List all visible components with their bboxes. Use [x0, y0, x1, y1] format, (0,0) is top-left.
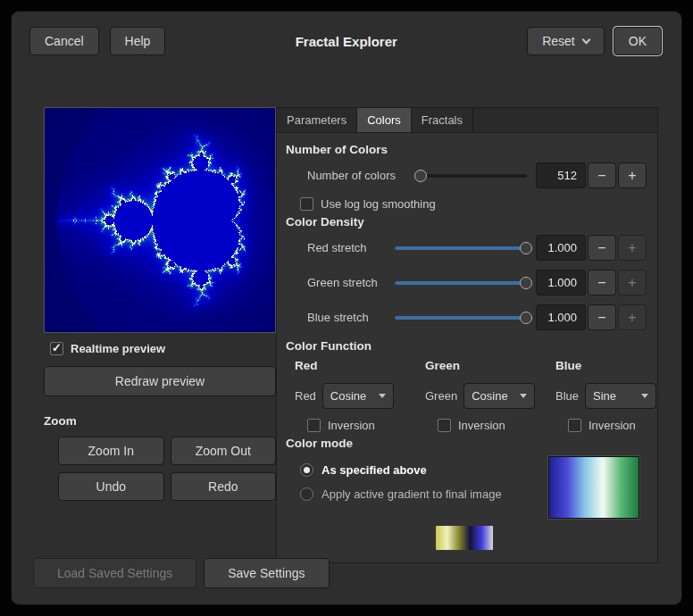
number-of-colors-value[interactable]: 512: [536, 162, 586, 188]
blue-inversion-label: Inversion: [589, 419, 636, 432]
realtime-preview-checkbox[interactable]: ✓: [50, 342, 63, 355]
green-function-selected: Cosine: [472, 389, 507, 403]
red-function-label: Red: [295, 389, 316, 403]
red-function-selected: Cosine: [330, 389, 366, 403]
color-mode-options: As specified above Apply active gradient…: [282, 456, 548, 512]
titlebar-left-actions: Cancel Help: [29, 27, 165, 55]
as-specified-radio[interactable]: [300, 463, 313, 477]
reset-label: Reset: [542, 34, 575, 48]
green-function-dropdown[interactable]: Cosine: [463, 383, 535, 409]
colormap-preview[interactable]: [548, 456, 639, 519]
blue-stretch-row: Blue stretch 1.000 − +: [307, 304, 647, 330]
apply-gradient-radio[interactable]: [300, 487, 313, 501]
save-settings-button[interactable]: Save Settings: [204, 558, 329, 588]
blue-inversion-row: ✓ Inversion: [568, 419, 656, 432]
realtime-preview-label: Realtime preview: [71, 342, 165, 355]
settings-notebook: Parameters Colors Fractals Number of Col…: [276, 107, 658, 563]
color-density-heading: Color Density: [286, 215, 647, 229]
slider-thumb[interactable]: [414, 170, 427, 182]
green-inversion-row: ✓ Inversion: [438, 419, 555, 432]
blue-stretch-label: Blue stretch: [307, 311, 391, 324]
log-smoothing-checkbox[interactable]: ✓: [300, 197, 313, 211]
dropdown-arrow-icon: [641, 394, 648, 398]
zoom-in-button[interactable]: Zoom In: [58, 437, 164, 465]
dropdown-arrow-icon: [379, 394, 386, 398]
red-stretch-spin: 1.000 − +: [536, 235, 647, 261]
blue-function-row: Blue Sine: [555, 383, 656, 409]
number-of-colors-spin: 512 − +: [536, 162, 647, 188]
reset-dropdown-button[interactable]: Reset: [527, 27, 605, 55]
fractal-preview[interactable]: [45, 108, 275, 332]
dropdown-arrow-icon: [520, 394, 527, 398]
number-of-colors-row: Number of colors 512 − +: [307, 162, 647, 188]
help-button[interactable]: Help: [110, 27, 166, 55]
red-stretch-slider[interactable]: [395, 240, 527, 256]
blue-column-header: Blue: [555, 359, 656, 372]
slider-fill: [395, 281, 527, 285]
blue-function-selected: Sine: [593, 389, 616, 403]
blue-inversion-checkbox[interactable]: ✓: [568, 419, 581, 432]
zoom-section-heading: Zoom: [44, 414, 276, 428]
zoom-out-button[interactable]: Zoom Out: [171, 437, 277, 465]
red-inversion-label: Inversion: [328, 419, 375, 432]
slider-thumb[interactable]: [520, 242, 532, 254]
plus-button[interactable]: +: [618, 270, 647, 296]
slider-track: [395, 246, 527, 250]
zoom-buttons: Zoom In Zoom Out Undo Redo: [44, 437, 276, 501]
blue-stretch-value[interactable]: 1.000: [536, 304, 586, 330]
realtime-preview-row: ✓ Realtime preview: [50, 342, 276, 355]
red-function-row: Red Cosine: [295, 383, 425, 409]
color-mode-section: As specified above Apply active gradient…: [282, 456, 647, 519]
green-column-header: Green: [425, 359, 555, 372]
green-function-column: Green Green Cosine ✓: [425, 359, 555, 432]
tab-fractals[interactable]: Fractals: [412, 108, 473, 132]
green-stretch-value[interactable]: 1.000: [536, 270, 586, 296]
minus-button[interactable]: −: [588, 235, 616, 261]
green-stretch-spin: 1.000 − +: [536, 270, 647, 296]
red-function-dropdown[interactable]: Cosine: [322, 383, 394, 409]
red-function-column: Red Red Cosine ✓: [295, 359, 425, 432]
blue-function-label: Blue: [555, 389, 579, 403]
dialog-footer: Load Saved Settings Save Settings: [12, 544, 681, 604]
minus-button[interactable]: −: [588, 270, 616, 296]
green-inversion-checkbox[interactable]: ✓: [438, 419, 451, 432]
minus-button[interactable]: −: [588, 304, 616, 330]
slider-track: [395, 316, 527, 320]
as-specified-label: As specified above: [321, 463, 427, 477]
ok-button[interactable]: OK: [614, 27, 662, 55]
load-saved-settings-button[interactable]: Load Saved Settings: [33, 558, 196, 588]
undo-button[interactable]: Undo: [58, 472, 164, 501]
tab-bar: Parameters Colors Fractals: [277, 108, 657, 133]
log-smoothing-row: ✓ Use log log smoothing: [300, 197, 647, 211]
tab-parameters[interactable]: Parameters: [277, 108, 357, 132]
plus-button[interactable]: +: [618, 304, 647, 330]
preview-frame: [44, 107, 276, 333]
blue-stretch-slider[interactable]: [395, 310, 527, 326]
tab-colors[interactable]: Colors: [357, 108, 412, 132]
color-function-grid: Red Red Cosine ✓: [282, 359, 647, 432]
green-stretch-label: Green stretch: [307, 276, 391, 289]
number-of-colors-slider[interactable]: [414, 168, 527, 184]
minus-button[interactable]: −: [588, 162, 616, 188]
red-inversion-checkbox[interactable]: ✓: [307, 419, 321, 432]
log-smoothing-label: Use log log smoothing: [321, 197, 436, 211]
red-stretch-value[interactable]: 1.000: [536, 235, 586, 261]
blue-function-column: Blue Blue Sine ✓: [555, 359, 656, 432]
check-icon: ✓: [52, 341, 62, 354]
apply-gradient-label: Apply active gradient to final image: [321, 487, 502, 501]
cancel-button[interactable]: Cancel: [29, 27, 99, 55]
green-stretch-slider[interactable]: [395, 275, 527, 291]
blue-function-dropdown[interactable]: Sine: [585, 383, 656, 409]
plus-button[interactable]: +: [618, 235, 647, 261]
green-stretch-row: Green stretch 1.000 − +: [307, 270, 647, 296]
titlebar-right-actions: Reset OK: [527, 27, 662, 55]
window-title: Fractal Explorer: [165, 34, 527, 49]
plus-button[interactable]: +: [618, 162, 647, 188]
colors-tab-content: Number of Colors Number of colors 512 − …: [277, 133, 657, 562]
redo-button[interactable]: Redo: [171, 472, 277, 501]
slider-thumb[interactable]: [520, 277, 532, 289]
color-mode-heading: Color mode: [286, 437, 647, 450]
green-function-label: Green: [425, 389, 457, 403]
redraw-preview-button[interactable]: Redraw preview: [44, 366, 276, 396]
slider-thumb[interactable]: [520, 312, 532, 324]
